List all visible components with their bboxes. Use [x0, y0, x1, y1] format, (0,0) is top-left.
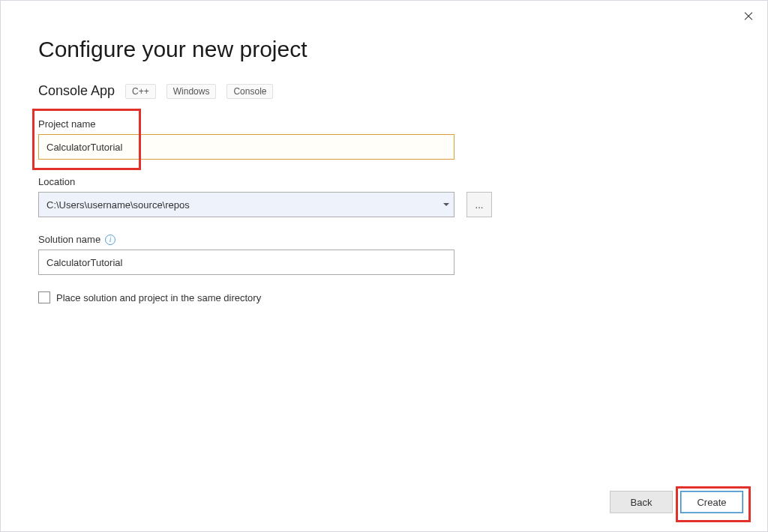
location-group: Location C:\Users\username\source\repos …: [38, 176, 730, 217]
solution-name-label: Solution name i: [38, 234, 730, 245]
create-button[interactable]: Create: [680, 491, 743, 513]
back-button[interactable]: Back: [610, 491, 673, 513]
location-label: Location: [38, 176, 730, 187]
template-name: Console App: [38, 83, 115, 99]
chevron-down-icon: [443, 203, 449, 206]
tag-console: Console: [226, 84, 273, 99]
tag-cpp: C++: [125, 84, 156, 99]
browse-button[interactable]: ...: [466, 192, 492, 217]
template-row: Console App C++ Windows Console: [38, 83, 730, 99]
close-icon[interactable]: [743, 11, 754, 22]
same-directory-row: Place solution and project in the same d…: [38, 291, 730, 303]
dialog-content: Configure your new project Console App C…: [1, 1, 767, 303]
project-name-input[interactable]: [38, 134, 454, 160]
location-value: C:\Users\username\source\repos: [46, 199, 190, 211]
tag-windows: Windows: [166, 84, 217, 99]
project-name-label: Project name: [38, 118, 730, 130]
project-name-group: Project name: [38, 118, 730, 160]
page-title: Configure your new project: [38, 37, 730, 62]
solution-name-group: Solution name i: [38, 234, 730, 275]
info-icon[interactable]: i: [105, 235, 116, 245]
location-combo[interactable]: C:\Users\username\source\repos: [38, 192, 454, 217]
same-directory-label: Place solution and project in the same d…: [56, 292, 261, 303]
dialog-footer: Back Create: [610, 491, 743, 513]
browse-label: ...: [476, 199, 484, 211]
same-directory-checkbox[interactable]: [38, 291, 50, 303]
solution-name-input[interactable]: [38, 250, 454, 275]
